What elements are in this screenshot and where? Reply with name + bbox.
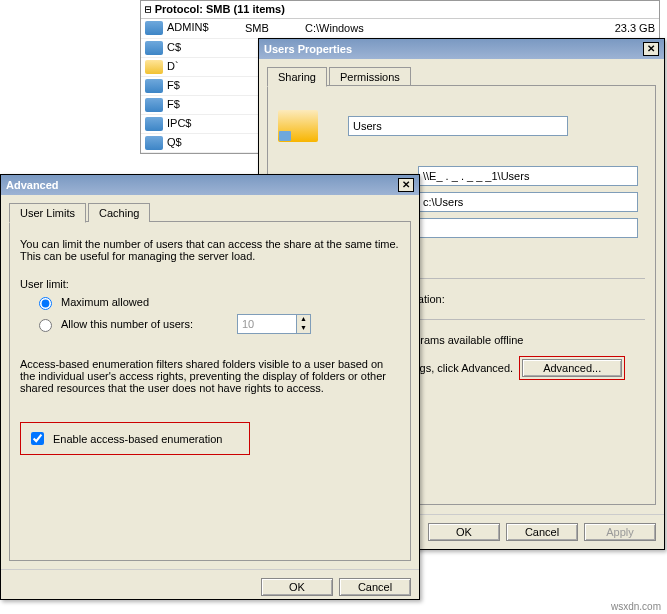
- grid-header[interactable]: ⊟ Protocol: SMB (11 items): [141, 1, 659, 19]
- share-icon: [145, 21, 163, 35]
- tab-user-limits[interactable]: User Limits: [9, 203, 86, 223]
- advanced-hint: tings, click Advanced.: [408, 362, 513, 374]
- user-limit-label: User limit:: [20, 278, 400, 290]
- user-count-spinner[interactable]: ▲▼: [237, 314, 311, 334]
- close-icon[interactable]: ✕: [643, 42, 659, 56]
- abe-checkbox-label: Enable access-based enumeration: [53, 433, 222, 445]
- table-row[interactable]: ADMIN$SMBC:\Windows23.3 GB: [141, 19, 659, 38]
- ok-button[interactable]: OK: [261, 578, 333, 596]
- watermark: wsxdn.com: [611, 601, 661, 612]
- radio-allow-number[interactable]: [39, 319, 52, 332]
- intro-text: You can limit the number of users that c…: [20, 238, 400, 262]
- titlebar[interactable]: Advanced ✕: [1, 175, 419, 195]
- ok-button[interactable]: OK: [428, 523, 500, 541]
- empty-input[interactable]: [418, 218, 638, 238]
- offline-label: ograms available offline: [408, 334, 645, 346]
- share-icon: [145, 117, 163, 131]
- radio-maximum[interactable]: [39, 297, 52, 310]
- network-path-input[interactable]: [418, 166, 638, 186]
- close-icon[interactable]: ✕: [398, 178, 414, 192]
- tab-permissions[interactable]: Permissions: [329, 67, 411, 86]
- abe-description: Access-based enumeration filters shared …: [20, 358, 400, 394]
- spin-up-icon[interactable]: ▲: [297, 315, 310, 324]
- description-label: eration:: [408, 293, 645, 305]
- folder-large-icon: [278, 110, 318, 142]
- share-name-input[interactable]: [348, 116, 568, 136]
- collapse-icon[interactable]: ⊟: [145, 3, 152, 16]
- apply-button[interactable]: Apply: [584, 523, 656, 541]
- local-path-input[interactable]: [418, 192, 638, 212]
- folder-icon: [145, 60, 163, 74]
- spin-down-icon[interactable]: ▼: [297, 324, 310, 333]
- grid-header-text: Protocol: SMB (11 items): [155, 3, 285, 15]
- titlebar[interactable]: Users Properties ✕: [259, 39, 664, 59]
- cancel-button[interactable]: Cancel: [339, 578, 411, 596]
- dialog-title: Users Properties: [264, 43, 352, 55]
- share-icon: [145, 79, 163, 93]
- dialog-title: Advanced: [6, 179, 59, 191]
- tab-caching[interactable]: Caching: [88, 203, 150, 222]
- share-icon: [145, 41, 163, 55]
- cancel-button[interactable]: Cancel: [506, 523, 578, 541]
- advanced-button[interactable]: Advanced...: [522, 359, 622, 377]
- advanced-dialog: Advanced ✕ User Limits Caching You can l…: [0, 174, 420, 600]
- radio-maximum-label: Maximum allowed: [61, 296, 149, 308]
- tab-sharing[interactable]: Sharing: [267, 67, 327, 87]
- share-icon: [145, 98, 163, 112]
- share-icon: [145, 136, 163, 150]
- radio-allow-label: Allow this number of users:: [61, 318, 231, 330]
- spinner-input[interactable]: [237, 314, 297, 334]
- abe-checkbox[interactable]: [31, 432, 44, 445]
